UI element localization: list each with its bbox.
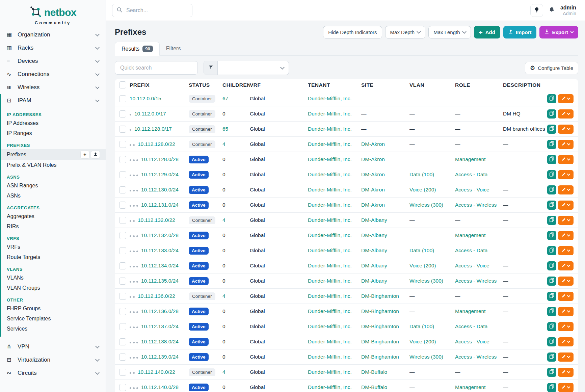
copy-button[interactable] <box>547 322 556 331</box>
tenant-link[interactable]: Dunder-Mifflin, Inc. <box>308 369 352 375</box>
edit-button[interactable] <box>558 261 574 270</box>
tenant-link[interactable]: Dunder-Mifflin, Inc. <box>308 217 352 223</box>
row-checkbox[interactable] <box>119 293 126 300</box>
saved-filter-select[interactable] <box>218 61 289 75</box>
vlan-link[interactable]: Voice (200) <box>409 263 436 268</box>
sidebar-item-organization[interactable]: ▦Organization <box>0 28 106 41</box>
prefix-link[interactable]: 10.112.139.0/24 <box>141 354 179 360</box>
site-link[interactable]: DM-Albany <box>361 278 387 284</box>
role-link[interactable]: Access - Data <box>455 247 487 253</box>
export-button[interactable]: Export <box>539 26 578 38</box>
tenant-link[interactable]: Dunder-Mifflin, Inc. <box>308 141 352 147</box>
site-link[interactable]: DM-Albany <box>361 247 387 253</box>
tenant-link[interactable]: Dunder-Mifflin, Inc. <box>308 247 352 253</box>
vlan-link[interactable]: Wireless (300) <box>409 354 443 360</box>
sidebar-item-wireless[interactable]: ≋Wireless <box>0 81 106 94</box>
children-count[interactable]: 4 <box>222 293 225 299</box>
sidebar-item-racks[interactable]: ▥Racks <box>0 41 106 54</box>
children-count[interactable]: 4 <box>222 217 225 223</box>
site-link[interactable]: DM-Akron <box>361 156 385 162</box>
prefix-link[interactable]: 10.112.140.0/22 <box>138 369 175 375</box>
copy-button[interactable] <box>547 231 556 240</box>
netbox-logo[interactable]: netbox Community <box>0 0 106 28</box>
role-link[interactable]: Access - Voice <box>455 339 489 344</box>
children-count[interactable]: 67 <box>222 96 228 101</box>
tenant-link[interactable]: Dunder-Mifflin, Inc. <box>308 384 352 390</box>
copy-button[interactable] <box>547 94 556 103</box>
row-checkbox[interactable] <box>119 247 126 254</box>
copy-button[interactable] <box>547 246 556 255</box>
row-checkbox[interactable] <box>119 156 126 163</box>
copy-button[interactable] <box>547 261 556 270</box>
edit-button[interactable] <box>558 155 574 164</box>
edit-button[interactable] <box>558 352 574 362</box>
sidebar-item-prefixes[interactable]: Prefixes+ <box>1 149 106 160</box>
sidebar-item-ip-ranges[interactable]: IP Ranges <box>1 128 106 138</box>
user-menu[interactable]: admin Admin <box>560 4 576 17</box>
role-link[interactable]: Management <box>455 308 485 314</box>
edit-button[interactable] <box>558 185 574 194</box>
tenant-link[interactable]: Dunder-Mifflin, Inc. <box>308 187 352 192</box>
tenant-link[interactable]: Dunder-Mifflin, Inc. <box>308 172 352 177</box>
sidebar-item-rirs[interactable]: RIRs <box>1 221 106 232</box>
tab-results[interactable]: Results 90 <box>115 42 160 56</box>
tenant-link[interactable]: Dunder-Mifflin, Inc. <box>308 111 352 116</box>
copy-button[interactable] <box>547 155 556 164</box>
row-checkbox[interactable] <box>119 217 126 224</box>
prefix-link[interactable]: 10.112.128.0/28 <box>141 156 179 162</box>
edit-button[interactable] <box>558 337 574 346</box>
row-checkbox[interactable] <box>119 186 126 193</box>
copy-button[interactable] <box>547 307 556 316</box>
site-link[interactable]: DM-Akron <box>361 172 385 177</box>
role-link[interactable]: Access - Voice <box>455 263 489 268</box>
edit-button[interactable] <box>558 94 574 103</box>
max-length-button[interactable]: Max Length <box>428 26 471 38</box>
sidebar-item-asns[interactable]: ASNs <box>1 191 106 201</box>
children-count[interactable]: 4 <box>222 369 225 375</box>
edit-button[interactable] <box>558 322 574 331</box>
edit-button[interactable] <box>558 246 574 255</box>
tenant-link[interactable]: Dunder-Mifflin, Inc. <box>308 278 352 284</box>
sidebar-item-service-templates[interactable]: Service Templates <box>1 314 106 324</box>
tenant-link[interactable]: Dunder-Mifflin, Inc. <box>308 293 352 299</box>
tenant-link[interactable]: Dunder-Mifflin, Inc. <box>308 263 352 268</box>
site-link[interactable]: DM-Albany <box>361 232 387 238</box>
site-link[interactable]: DM-Albany <box>361 263 387 268</box>
tenant-link[interactable]: Dunder-Mifflin, Inc. <box>308 96 352 101</box>
copy-button[interactable] <box>547 185 556 194</box>
configure-table-button[interactable]: ⚙ Configure Table <box>525 62 578 74</box>
row-checkbox[interactable] <box>119 338 126 345</box>
edit-button[interactable] <box>558 216 574 225</box>
sidebar-item-ipam[interactable]: ⊡ IPAM <box>1 94 106 107</box>
prefix-link[interactable]: 10.112.137.0/24 <box>141 323 179 329</box>
copy-button[interactable] <box>547 352 556 362</box>
vlan-link[interactable]: Data (100) <box>409 172 434 177</box>
sidebar-item-services[interactable]: Services <box>1 324 106 334</box>
edit-button[interactable] <box>558 140 574 149</box>
select-all-checkbox[interactable] <box>119 81 126 88</box>
copy-button[interactable] <box>547 292 556 301</box>
tenant-link[interactable]: Dunder-Mifflin, Inc. <box>308 126 352 132</box>
copy-button[interactable] <box>547 216 556 225</box>
row-checkbox[interactable] <box>119 278 126 285</box>
site-link[interactable]: DM-Binghamton <box>361 339 399 344</box>
quick-import-button[interactable] <box>91 151 100 159</box>
edit-button[interactable] <box>558 292 574 301</box>
row-checkbox[interactable] <box>119 262 126 269</box>
role-link[interactable]: Management <box>455 384 485 390</box>
notifications-button[interactable] <box>548 6 555 15</box>
prefix-link[interactable]: 10.112.0.0/15 <box>130 96 161 101</box>
site-link[interactable]: DM-Binghamton <box>361 308 399 314</box>
children-count[interactable]: 65 <box>222 126 228 132</box>
vlan-link[interactable]: Voice (200) <box>409 187 436 192</box>
prefix-link[interactable]: 10.112.138.0/24 <box>141 339 179 344</box>
prefix-link[interactable]: 10.112.132.0/28 <box>141 232 179 238</box>
prefix-link[interactable]: 10.112.133.0/24 <box>141 247 179 253</box>
prefix-link[interactable]: 10.112.135.0/24 <box>141 278 179 284</box>
vlan-link[interactable]: Voice (200) <box>409 339 436 344</box>
search-input[interactable] <box>126 7 188 14</box>
edit-button[interactable] <box>558 170 574 179</box>
copy-button[interactable] <box>547 170 556 179</box>
row-checkbox[interactable] <box>119 202 126 209</box>
import-button[interactable]: Import <box>503 26 537 38</box>
